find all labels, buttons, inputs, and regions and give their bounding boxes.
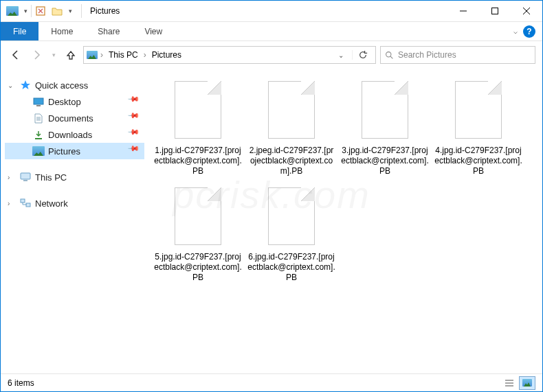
pin-icon: 📌 [127,93,145,111]
sidebar-item-downloads[interactable]: Downloads📌 [5,126,144,143]
sidebar-item-label: Downloads [48,130,92,140]
file-item[interactable]: 1.jpg.id-C279F237.[projectblack@criptext… [153,77,243,176]
star-icon [19,80,32,91]
sidebar-item-label: Pictures [48,146,80,157]
tree-quick-access[interactable]: ⌄ Quick access [5,77,144,93]
network-icon [19,198,32,209]
qat-separator [31,5,32,17]
svg-rect-1 [492,8,498,14]
chevron-right-icon[interactable]: › [142,50,148,60]
file-item[interactable]: 5.jpg.id-C279F237.[projectblack@criptext… [153,183,243,283]
file-name-label: 4.jpg.id-C279F237.[projectblack@criptext… [434,146,522,176]
file-item[interactable]: 2.jpeg.id-C279F237.[projectblack@criptex… [246,77,337,176]
tree-this-pc[interactable]: › This PC [5,169,144,185]
search-icon [385,51,394,60]
details-view-button[interactable] [501,376,518,390]
svg-rect-3 [34,98,43,104]
help-icon[interactable]: ? [523,25,535,38]
address-bar: ▾ › This PC › Pictures ⌄ Search Pictures [1,41,542,69]
chevron-right-icon[interactable]: › [99,50,104,60]
refresh-button[interactable] [352,50,373,60]
window-title: Pictures [85,6,120,16]
tree-label: Network [35,198,68,209]
file-name-label: 5.jpg.id-C279F237.[projectblack@criptext… [154,252,242,283]
close-button[interactable] [511,1,542,22]
sidebar-item-pictures[interactable]: Pictures📌 [5,143,144,159]
tree-network[interactable]: › Network [5,195,144,211]
file-icon [169,77,227,143]
up-button[interactable] [63,47,79,63]
title-separator [81,4,82,18]
file-item[interactable]: 3.jpg.id-C279F237.[projectblack@criptext… [340,77,430,176]
file-icon [450,77,507,143]
address-dropdown-icon[interactable]: ⌄ [334,51,348,59]
sidebar-item-desktop[interactable]: Desktop📌 [5,93,144,110]
file-tab[interactable]: File [1,22,38,41]
file-name-label: 6.jpg.id-C279F237.[projectblack@criptext… [247,252,335,283]
svg-rect-6 [23,180,27,181]
back-button[interactable] [8,47,24,63]
large-icons-view-button[interactable] [519,376,535,390]
tab-view[interactable]: View [132,22,175,41]
svg-rect-5 [21,173,30,179]
pin-icon: 📌 [127,142,145,160]
quick-access-toolbar: ▾ ▾ [1,3,78,19]
ribbon-expand-icon[interactable]: ⌵ [513,27,518,35]
file-icon [169,183,227,249]
properties-icon[interactable] [33,3,48,19]
titlebar: ▾ ▾ Pictures [1,1,542,22]
content-pane[interactable]: 1.jpg.id-C279F237.[projectblack@criptext… [148,69,542,373]
location-icon [87,51,98,59]
qat-dropdown-icon[interactable]: ▾ [21,3,30,19]
status-bar: 6 items [1,373,542,391]
minimize-button[interactable] [447,1,479,22]
search-input[interactable]: Search Pictures [380,46,535,64]
file-item[interactable]: 6.jpg.id-C279F237.[projectblack@criptext… [246,183,337,283]
file-icon [263,77,320,143]
folder-icon [32,129,45,140]
tab-share[interactable]: Share [85,22,132,41]
computer-icon [19,172,32,183]
app-icon [5,3,20,19]
file-name-label: 3.jpg.id-C279F237.[projectblack@criptext… [341,146,429,176]
folder-icon [32,113,45,124]
qat-dropdown2-icon[interactable]: ▾ [66,3,74,19]
tab-home[interactable]: Home [38,22,85,41]
breadcrumb-bar[interactable]: › This PC › Pictures ⌄ [83,46,376,64]
item-count: 6 items [8,378,34,388]
window-controls [447,1,542,22]
maximize-button[interactable] [479,1,511,22]
tree-label: Quick access [35,80,88,91]
svg-rect-7 [21,199,25,203]
file-icon [263,183,320,249]
tree-label: This PC [35,172,67,183]
ribbon: File Home Share View ⌵ ? [1,22,542,41]
sidebar-item-label: Desktop [48,97,81,107]
collapse-icon[interactable]: ⌄ [8,82,16,89]
pin-icon: 📌 [127,126,145,143]
new-folder-icon[interactable] [49,3,65,19]
body: ⌄ Quick access Desktop📌Documents📌Downloa… [1,69,542,373]
navigation-pane: ⌄ Quick access Desktop📌Documents📌Downloa… [1,69,148,373]
sidebar-item-documents[interactable]: Documents📌 [5,110,144,126]
file-icon [356,77,414,143]
file-item[interactable]: 4.jpg.id-C279F237.[projectblack@criptext… [433,77,524,176]
file-name-label: 1.jpg.id-C279F237.[projectblack@criptext… [154,146,242,176]
folder-icon [32,146,45,157]
expand-icon[interactable]: › [8,200,16,207]
forward-button[interactable] [28,47,45,63]
pin-icon: 📌 [127,109,145,127]
recent-dropdown-icon[interactable]: ▾ [49,47,58,63]
crumb-current[interactable]: Pictures [149,50,184,60]
svg-point-2 [386,51,391,56]
file-name-label: 2.jpeg.id-C279F237.[projectblack@criptex… [247,146,335,176]
sidebar-item-label: Documents [48,113,93,124]
folder-icon [32,96,45,107]
expand-icon[interactable]: › [8,174,16,181]
crumb-this-pc[interactable]: This PC [106,50,141,60]
svg-rect-4 [36,105,41,106]
search-placeholder: Search Pictures [398,50,456,60]
